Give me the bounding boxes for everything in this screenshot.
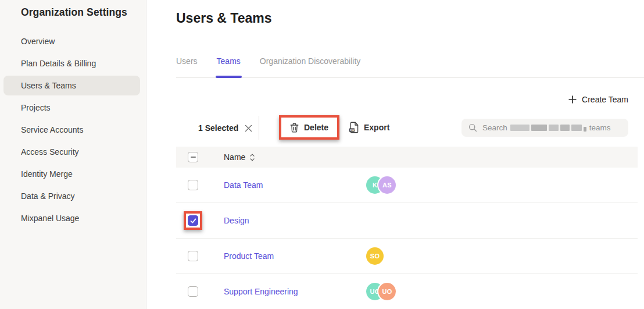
sidebar-item-mixpanel-usage[interactable]: Mixpanel Usage (0, 207, 146, 229)
export-label: Export (364, 123, 389, 132)
create-team-label: Create Team (582, 95, 628, 104)
trash-icon (290, 123, 299, 133)
member-avatars: UO UO (366, 283, 396, 300)
sidebar-item-overview[interactable]: Overview (0, 30, 146, 52)
selected-count-label: 1 Selected (198, 123, 238, 133)
row-checkbox[interactable] (188, 180, 198, 190)
page-title: Users & Teams (176, 10, 272, 26)
table-header-row: Name (176, 147, 638, 168)
sidebar-item-service-accounts[interactable]: Service Accounts (0, 119, 146, 141)
export-button[interactable]: csv Export (349, 115, 389, 140)
plus-icon (568, 95, 577, 104)
table-row-support-engineering: Support Engineering UO UO (176, 274, 638, 309)
delete-button[interactable]: Delete (281, 118, 337, 137)
annotation-highlight-checkbox (184, 211, 202, 230)
team-link-product-team[interactable]: Product Team (224, 251, 274, 261)
tab-teams[interactable]: Teams (217, 55, 241, 77)
main-content: Users & Teams Users Teams Organization D… (146, 0, 644, 309)
member-avatars: SO (366, 247, 384, 265)
team-link-data-team[interactable]: Data Team (224, 180, 263, 190)
avatar: UO (378, 283, 396, 300)
organization-settings-page: Organization Settings Overview Plan Deta… (0, 0, 644, 309)
sidebar-nav: Overview Plan Details & Billing Users & … (0, 30, 146, 229)
selection-toolbar: 1 Selected Delete (146, 115, 644, 141)
settings-sidebar: Organization Settings Overview Plan Deta… (0, 0, 146, 309)
avatar: AS (378, 176, 396, 194)
member-avatars: K AS (366, 176, 396, 194)
svg-text:csv: csv (350, 129, 355, 132)
tab-organization-discoverability[interactable]: Organization Discoverability (260, 55, 361, 77)
checkmark-icon (190, 218, 196, 223)
sidebar-title: Organization Settings (21, 6, 127, 19)
selection-count: 1 Selected (198, 115, 252, 141)
sidebar-item-projects[interactable]: Projects (0, 97, 146, 119)
search-placeholder: Search teams (482, 123, 611, 132)
row-checkbox-checked[interactable] (188, 215, 198, 226)
tab-users[interactable]: Users (176, 55, 198, 77)
create-team-button[interactable]: Create Team (568, 95, 628, 104)
indeterminate-dash-icon (191, 157, 196, 158)
redacted-org-name (510, 125, 586, 132)
sidebar-item-users-teams[interactable]: Users & Teams (0, 74, 146, 97)
row-checkbox[interactable] (188, 251, 198, 261)
name-column-header[interactable]: Name (224, 152, 255, 162)
table-row-design: Design (176, 203, 638, 239)
csv-file-icon: csv (349, 122, 359, 133)
clear-selection-button[interactable] (245, 125, 252, 132)
table-row-product-team: Product Team SO (176, 239, 638, 274)
team-link-support-engineering[interactable]: Support Engineering (224, 287, 298, 296)
avatar: SO (366, 247, 384, 265)
teams-table: Name Data Team K AS (176, 147, 638, 309)
tab-bar: Users Teams Organization Discoverability (176, 55, 644, 78)
team-link-design[interactable]: Design (224, 216, 249, 225)
sidebar-item-data-privacy[interactable]: Data & Privacy (0, 185, 146, 207)
sort-carets-icon (250, 154, 255, 161)
search-input[interactable]: Search teams (461, 119, 628, 137)
toolbar-divider (259, 116, 259, 140)
row-checkbox[interactable] (188, 286, 198, 297)
delete-label: Delete (304, 123, 328, 132)
sidebar-item-access-security[interactable]: Access Security (0, 141, 146, 163)
select-all-checkbox[interactable] (188, 152, 198, 162)
annotation-highlight-delete: Delete (279, 115, 339, 140)
sidebar-item-identity-merge[interactable]: Identity Merge (0, 163, 146, 185)
magnifier-icon (468, 123, 477, 132)
sidebar-item-plan-details-billing[interactable]: Plan Details & Billing (0, 52, 146, 74)
table-row-data-team: Data Team K AS (176, 168, 638, 203)
